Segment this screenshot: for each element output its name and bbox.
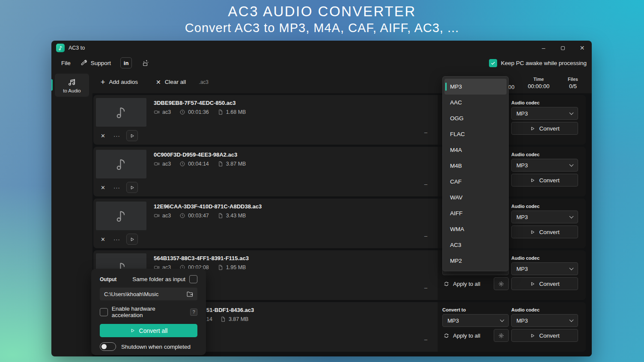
convert-label: Convert: [539, 177, 559, 184]
window-title: AC3 to: [69, 45, 85, 51]
dropdown-option[interactable]: AC3: [444, 237, 507, 253]
output-size-placeholder: –: [424, 129, 427, 136]
files-value: 0/5: [562, 83, 584, 89]
music-notes-icon: [67, 77, 77, 87]
output-size-placeholder: –: [424, 181, 427, 187]
settings-button[interactable]: [494, 329, 509, 342]
clear-all-label: Clear all: [165, 79, 186, 85]
dropdown-option[interactable]: AAC: [444, 95, 507, 110]
menu-support[interactable]: Support: [80, 59, 111, 67]
convert-label: Convert: [539, 229, 559, 235]
convert-button[interactable]: Convert: [511, 277, 578, 290]
file-meta: ac3 00:04:14 3.87 MB: [154, 161, 246, 167]
dropdown-option[interactable]: M4B: [444, 158, 507, 174]
audio-codec-label: Audio codec: [511, 100, 540, 105]
keep-awake-option[interactable]: Keep PC awake while processing: [489, 59, 587, 67]
audio-codec-value: MP3: [516, 162, 528, 169]
hw-accel-label: Enable hardware acceleration: [112, 306, 187, 318]
dropdown-option[interactable]: MP3: [444, 79, 507, 95]
time-label: Time: [524, 77, 554, 82]
convert-label: Convert: [539, 281, 559, 287]
row-actions: ✕ ···: [98, 130, 138, 141]
chevron-down-icon: [569, 162, 574, 166]
convert-to-select[interactable]: MP3: [442, 314, 509, 327]
codec-label: ac3: [162, 109, 171, 115]
convert-button[interactable]: Convert: [511, 122, 578, 135]
file-row: 12E96CAA-3D3F-410D-871C-A8DD38.ac3 ac3 0…: [93, 199, 586, 248]
dropdown-option[interactable]: FLAC: [444, 126, 507, 142]
duration-label: 00:01:36: [188, 109, 209, 115]
banner-subtitle: Convert AC3 to MP3, M4A, CAF, AIFF, AC3,…: [0, 21, 644, 35]
audio-codec-label: Audio codec: [511, 307, 540, 312]
convert-button[interactable]: Convert: [511, 174, 578, 187]
browse-folder-button[interactable]: [184, 289, 196, 299]
output-path-input[interactable]: C:\Users\khoah\Music: [100, 288, 197, 300]
settings-button[interactable]: [494, 277, 509, 290]
apply-to-all-label: Apply to all: [453, 332, 480, 339]
more-options-button[interactable]: ···: [111, 236, 122, 243]
play-preview-button[interactable]: [126, 234, 138, 245]
dropdown-option[interactable]: CAF: [444, 174, 507, 190]
apply-to-all-button[interactable]: Apply to all: [442, 329, 492, 342]
convert-button[interactable]: Convert: [511, 329, 578, 342]
size-label: 1.68 MB: [226, 109, 246, 115]
menu-file[interactable]: File: [61, 60, 71, 66]
audio-codec-select[interactable]: MP3: [511, 262, 578, 275]
title-bar: AC3 to – ✕: [51, 41, 592, 55]
audio-codec-select[interactable]: MP3: [511, 107, 578, 120]
close-button[interactable]: ✕: [572, 42, 592, 54]
minimize-button[interactable]: –: [534, 42, 553, 54]
same-folder-checkbox[interactable]: [189, 275, 197, 283]
more-options-button[interactable]: ···: [111, 184, 122, 191]
dropdown-option[interactable]: M4A: [444, 142, 507, 158]
dropdown-option[interactable]: OGG: [444, 110, 507, 126]
size-label: 3.87 MB: [229, 316, 249, 322]
shutdown-toggle[interactable]: [100, 342, 116, 351]
audio-codec-select[interactable]: MP3: [511, 314, 578, 327]
file-icon: [220, 316, 226, 322]
play-icon: [530, 281, 535, 287]
help-badge[interactable]: ?: [190, 309, 197, 316]
maximize-button[interactable]: [553, 42, 572, 54]
file-row: 3DBE9EB8-7F57-4EDC-850.ac3 ac3 00:01:36 …: [93, 95, 586, 145]
play-icon: [530, 178, 535, 183]
clear-icon: ✕: [156, 79, 161, 86]
audio-codec-select[interactable]: MP3: [511, 159, 578, 172]
clear-all-button[interactable]: ✕ Clear all: [152, 76, 190, 88]
same-folder-label: Same folder as input: [132, 276, 185, 282]
convert-all-label: Convert all: [139, 327, 168, 334]
output-size-placeholder: –: [424, 233, 427, 239]
dropdown-option[interactable]: WMA: [444, 221, 507, 237]
remove-file-button[interactable]: ✕: [98, 184, 107, 191]
play-preview-button[interactable]: [126, 182, 138, 193]
codec-icon: [154, 161, 160, 167]
chevron-down-icon: [500, 317, 504, 322]
audio-thumbnail: [96, 150, 146, 178]
remove-file-button[interactable]: ✕: [98, 236, 107, 243]
convert-all-button[interactable]: Convert all: [100, 324, 197, 337]
dropdown-option[interactable]: WAV: [444, 190, 507, 205]
sidebar-active-indicator: [51, 79, 53, 91]
linkedin-icon[interactable]: in: [120, 57, 132, 68]
keep-awake-checkbox[interactable]: [489, 59, 497, 67]
output-path-value: C:\Users\khoah\Music: [104, 291, 184, 297]
dropdown-option[interactable]: MP2: [444, 253, 507, 269]
file-icon: [218, 161, 224, 167]
gear-icon: [498, 281, 504, 287]
whats-new-icon[interactable]: [141, 59, 149, 67]
audio-codec-select[interactable]: MP3: [511, 211, 578, 223]
convert-button[interactable]: Convert: [511, 226, 578, 238]
dropdown-option[interactable]: AIFF: [444, 205, 507, 221]
file-row: 0C900F3D-D959-4EE3-98A2.ac3 ac3 00:04:14…: [93, 147, 586, 196]
apply-to-all-button[interactable]: Apply to all: [442, 277, 492, 290]
sidebar-tab-to-audio[interactable]: to Audio: [55, 74, 89, 97]
play-preview-button[interactable]: [126, 130, 138, 141]
output-size-placeholder: –: [424, 336, 427, 343]
more-options-button[interactable]: ···: [111, 132, 122, 139]
hw-accel-checkbox[interactable]: [100, 308, 108, 316]
app-icon: [56, 44, 65, 52]
add-audios-button[interactable]: + Add audios: [96, 76, 142, 89]
chevron-down-icon: [569, 214, 574, 218]
remove-file-button[interactable]: ✕: [98, 132, 107, 139]
play-icon: [530, 126, 535, 131]
